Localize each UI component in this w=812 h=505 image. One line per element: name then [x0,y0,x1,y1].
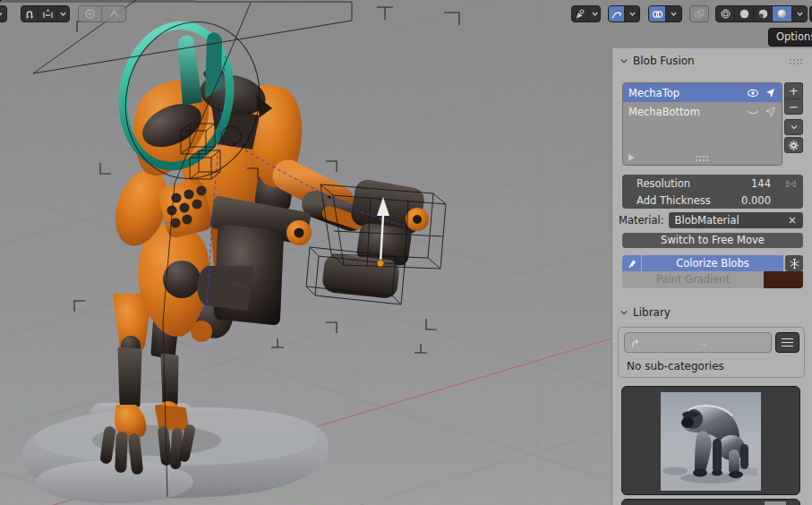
overlap-circles-icon [652,9,663,20]
material-row: Material: BlobMaterial [619,212,803,228]
toggle-xray-button[interactable] [689,5,709,22]
show-gizmo-group [571,5,601,22]
properties-box: Resolution 144 Add Thickness 0.000 [622,175,803,209]
material-sphere-icon [757,8,769,20]
library-title: Library [633,306,671,319]
rendered-sphere-icon [776,8,788,20]
wireframe-sphere-icon [720,8,731,20]
paint-gradient-row: Paint Gradient [622,271,803,288]
asset-thumbnail-card[interactable] [621,386,800,495]
resolution-field[interactable]: Resolution 144 [622,175,803,192]
colorize-row: Colorize Blobs [622,255,803,271]
gizmo-dropdown[interactable] [589,6,600,21]
expand-triangle-icon[interactable] [628,154,635,161]
snap-proportional-group [21,5,70,22]
snowflake-icon [789,258,800,270]
chevron-down-icon [0,9,4,20]
shading-dropdown[interactable] [792,6,807,21]
list-item-mechabottom[interactable]: MechaBottom [623,102,782,121]
solid-sphere-icon [739,8,750,20]
chevron-down-icon [670,10,678,18]
chevron-down-icon [591,10,599,18]
object-list: MechaTop MechaBottom [622,82,803,166]
material-label: Material: [619,214,664,227]
gradient-color-swatch[interactable] [764,271,803,288]
library-path-text: .. [641,337,765,348]
chevron-down-icon [620,308,628,317]
overlap-circles-button[interactable] [649,6,666,21]
snap-magnet-button[interactable] [21,6,38,21]
toolbar-right [571,5,812,22]
list-footer [628,153,776,162]
chevron-down-icon [620,56,628,65]
select-arrow-icon[interactable] [765,88,776,98]
shading-group [715,5,808,22]
paint-icon [627,258,637,269]
list-side-buttons: + − [784,82,803,166]
colorize-blobs-button[interactable]: Colorize Blobs [642,255,783,271]
options-button[interactable]: Options [768,28,812,47]
falloff-sharp-button[interactable] [102,6,125,21]
list-settings-button[interactable] [784,137,803,153]
magnet-icon [24,9,35,20]
remove-item-button[interactable]: − [784,98,803,115]
panel-header-blob-fusion[interactable]: Blob Fusion [620,55,695,67]
sidebar-panel: Blob Fusion MechaTop MechaBottom [611,47,812,505]
shading-rendered-button[interactable] [773,6,792,21]
select-arrow-outline-icon[interactable] [765,107,776,117]
library-box: .. No sub-categories [618,327,805,378]
list-dropdown-button[interactable] [784,119,803,135]
gear-icon [788,140,799,151]
next-asset-card-partial[interactable] [621,499,800,505]
clear-material-icon[interactable] [788,216,797,225]
eye-open-icon[interactable] [747,88,759,98]
paint-gradient-button[interactable]: Paint Gradient [622,271,764,288]
library-path-bar[interactable]: .. [624,332,772,353]
add-item-button[interactable]: + [784,82,803,98]
chevron-down-icon [796,10,804,18]
proportional-editing-button[interactable] [38,6,57,21]
shading-material-button[interactable] [754,6,773,21]
eye-closed-icon[interactable] [747,107,759,117]
overlays-dropdown[interactable] [625,6,639,21]
decorate-keyframe-icon[interactable] [785,178,797,190]
switch-to-free-move-button[interactable]: Switch to Free Move [622,233,803,248]
chevron-down-icon [59,10,67,18]
toolbar-left [0,5,126,22]
annotate-curve-icon [611,9,622,20]
falloff-sharp-icon [108,8,120,20]
object-list-box: MechaTop MechaBottom [622,82,782,166]
library-menu-button[interactable] [775,332,799,353]
library-empty-text: No sub-categories [627,360,724,372]
parent-folder-icon[interactable] [630,338,641,348]
gorilla-thumbnail [661,392,761,491]
xray-icon [694,8,705,20]
show-overlays-group [608,5,640,22]
falloff-sphere-button[interactable] [79,6,102,21]
gizmo-icon [575,9,585,20]
show-overlays-button[interactable] [609,6,625,21]
chevron-down-icon [628,10,637,18]
next-thumbnail-partial [765,501,786,505]
blender-window: Options Blob Fusion MechaTop MechaBottom [0,0,812,505]
freeze-button[interactable] [785,255,803,271]
xray-dropdown[interactable] [666,6,681,21]
xray-group [648,5,682,22]
list-item-mechatop[interactable]: MechaTop [623,83,782,102]
shading-solid-button[interactable] [735,6,754,21]
proportional-dropdown[interactable] [57,6,69,21]
falloff-sphere-icon [84,8,96,20]
material-field[interactable]: BlobMaterial [669,212,803,228]
panel-header-library[interactable]: Library [620,306,671,319]
panel-title: Blob Fusion [633,55,695,67]
colorize-paint-icon-button[interactable] [622,255,641,271]
hamburger-icon [782,338,793,347]
tool-dropdown-partial[interactable] [0,5,7,22]
show-gizmo-button[interactable] [572,6,589,21]
falloff-group [78,5,126,22]
add-thickness-field[interactable]: Add Thickness 0.000 [622,192,803,209]
shading-wireframe-button[interactable] [716,6,735,21]
list-resize-grip[interactable] [695,155,710,161]
panel-drag-grip[interactable] [789,58,804,64]
proportional-editing-icon [42,9,54,20]
